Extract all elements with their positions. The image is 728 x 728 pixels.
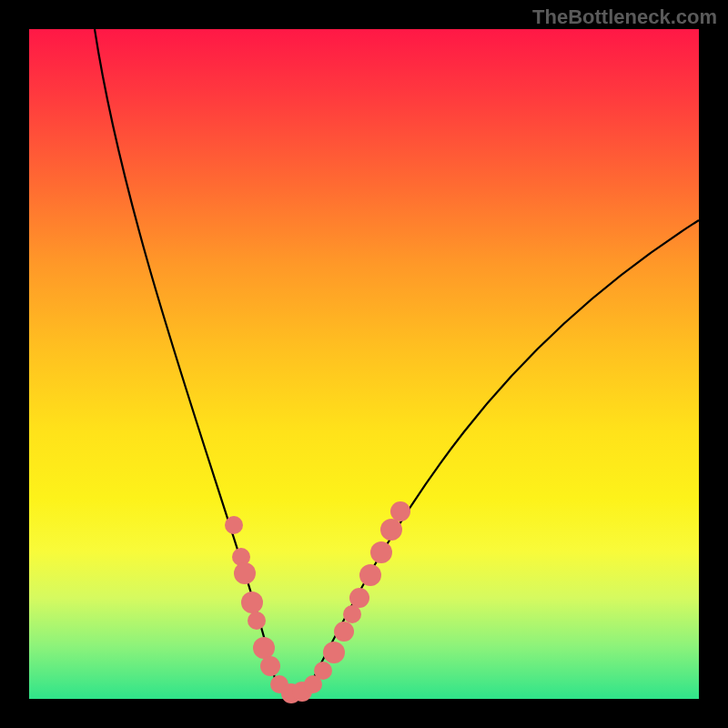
watermark-text: TheBottleneck.com (532, 5, 717, 29)
data-markers (225, 501, 410, 703)
data-marker (323, 642, 345, 663)
data-marker (248, 612, 266, 630)
data-marker (314, 662, 332, 680)
chart-svg (29, 29, 699, 699)
bottleneck-curve (95, 29, 699, 692)
data-marker (234, 562, 256, 584)
data-marker (370, 541, 392, 563)
data-marker (343, 605, 361, 623)
data-marker (359, 564, 381, 586)
data-marker (253, 637, 275, 659)
data-marker (390, 501, 410, 521)
data-marker (380, 519, 402, 541)
data-marker (349, 588, 369, 608)
data-marker (260, 656, 280, 676)
plot-area (29, 29, 699, 699)
data-marker (225, 516, 243, 534)
data-marker (334, 622, 354, 642)
data-marker (241, 592, 263, 613)
